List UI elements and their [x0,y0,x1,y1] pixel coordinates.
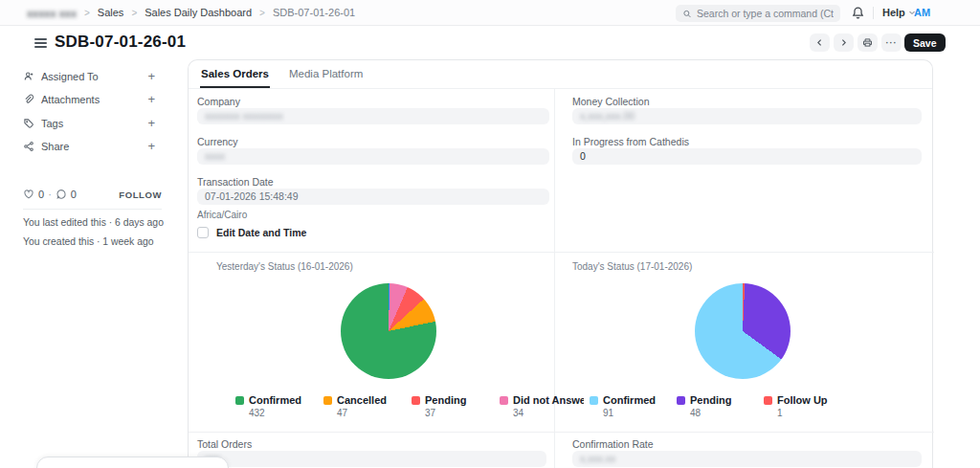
legend-item-did-not-answer: Did not Answer 34 [500,394,584,418]
legend-label: Did not Answer [513,394,584,406]
comment-icon[interactable] [56,189,67,200]
add-assignment-button[interactable]: + [147,72,155,81]
in-progress-label: In Progress from Cathedis [572,136,689,147]
more-actions-button[interactable]: ··· [881,33,902,52]
legend-item-pending: Pending 48 [677,394,764,418]
sidebar-item-label: Tags [41,118,63,129]
form-card: Sales Orders Media Platform Company xxxx… [188,59,933,468]
tab-sales-orders[interactable]: Sales Orders [200,60,270,88]
last-edited-note: You last edited this · 6 days ago [23,217,164,228]
legend-label: Pending [425,394,466,406]
comments-count: 0 [71,189,77,200]
edit-date-time-label: Edit Date and Time [216,227,306,238]
total-orders-label: Total Orders [197,438,252,450]
money-collection-label: Money Collection [572,96,650,107]
breadcrumb-separator: > [131,8,137,18]
top-navbar: xxxxx xxx > Sales > Sales Daily Dashboar… [0,0,980,26]
total-orders-field[interactable]: xxx [197,451,546,467]
ellipsis-icon: ··· [886,38,898,48]
paperclip-icon [23,94,34,105]
help-menu[interactable]: Help [882,7,916,18]
app-logo-redacted[interactable]: xxxxx xxx [27,8,77,19]
company-label: Company [197,96,240,107]
page: xxxxx xxx > Sales > Sales Daily Dashboar… [0,0,980,468]
yesterday-chart-title: Yesterday's Status (16-01-2026) [216,261,353,272]
company-field[interactable]: xxxxxxx xxxxxxxx [197,108,549,124]
sidebar-item-attachments[interactable]: Attachments + [23,92,155,107]
legend-item-cancelled: Cancelled 47 [323,394,412,418]
breadcrumb-sales[interactable]: Sales [98,7,124,18]
legend-swatch [323,396,332,405]
confirmation-rate-label: Confirmation Rate [572,438,654,450]
sidebar-item-share[interactable]: Share + [23,139,155,154]
sidebar-item-label: Assigned To [41,71,99,82]
print-button[interactable] [858,33,878,52]
legend-label: Confirmed [603,394,656,406]
timezone-label: Africa/Cairo [197,210,247,220]
currency-label: Currency [197,136,238,147]
legend-swatch [235,396,244,405]
checkbox-unchecked[interactable] [197,227,209,238]
likes-count: 0 [38,189,44,200]
share-icon [23,141,34,152]
help-label: Help [882,7,905,18]
transaction-date-value: 07-01-2026 15:48:49 [205,190,299,202]
column-divider [554,89,555,252]
legend-item-follow-up: Follow Up 1 [764,394,851,418]
notifications-bell-icon[interactable] [851,6,865,20]
breadcrumb-separator: > [259,8,265,18]
navbar-divider [873,7,874,19]
legend-label: Follow Up [777,394,828,406]
legend-value: 91 [603,408,677,418]
company-value-redacted: xxxxxxx xxxxxxxx [205,110,283,122]
user-avatar-initials[interactable]: AM [914,7,930,18]
search-input[interactable] [697,8,834,19]
edit-date-time-checkbox-row[interactable]: Edit Date and Time [197,227,306,238]
legend-value: 34 [513,408,584,418]
legend-swatch [677,396,685,405]
legend-swatch [412,396,420,405]
legend-label: Pending [690,394,731,406]
save-button[interactable]: Save [904,33,946,52]
legend-value: 47 [337,408,412,418]
legend-item-confirmed: Confirmed 91 [590,394,677,418]
transaction-date-field[interactable]: 07-01-2026 15:48:49 [197,189,549,205]
breadcrumb-sales-daily-dashboard[interactable]: Sales Daily Dashboard [145,7,252,18]
global-search[interactable] [676,5,840,22]
chevron-left-icon [815,38,824,47]
chevron-right-icon [839,38,848,47]
legend-label: Cancelled [337,394,387,406]
document-reactions-row: 0 · 0 FOLLOW [23,189,162,200]
section-divider [189,252,934,253]
legend-label: Confirmed [249,394,301,406]
add-share-button[interactable]: + [147,142,155,151]
money-collection-value-redacted: x,xxx,xxx.00 [580,110,635,122]
money-collection-field[interactable]: x,xxx,xxx.00 [572,108,922,124]
follow-button[interactable]: FOLLOW [119,189,162,200]
next-document-button[interactable] [834,33,854,52]
heart-icon[interactable] [23,189,34,200]
legend-value: 1 [777,408,851,418]
sidebar-toggle-icon[interactable] [34,38,47,48]
legend-item-confirmed: Confirmed 432 [235,394,323,418]
prev-document-button[interactable] [810,33,830,52]
breadcrumb: > Sales > Sales Daily Dashboard > SDB-07… [84,7,355,18]
bottom-left-popup[interactable] [36,457,229,468]
sidebar-item-assigned-to[interactable]: Assigned To + [23,69,155,84]
legend-swatch [500,396,508,405]
sidebar-item-tags[interactable]: Tags + [23,116,155,131]
created-note: You created this · 1 week ago [23,236,154,247]
add-attachment-button[interactable]: + [147,95,155,104]
search-icon [682,9,692,19]
legend-value: 48 [690,408,764,418]
sidebar-divider [23,209,162,210]
legend-swatch [590,396,598,405]
tab-media-platform[interactable]: Media Platform [288,60,364,88]
in-progress-field[interactable]: 0 [572,148,922,165]
sidebar-item-label: Share [41,141,69,152]
currency-field[interactable]: xxxx [197,148,549,165]
confirmation-rate-value-redacted: x,xxx.xx [580,453,615,464]
currency-value-redacted: xxxx [205,150,225,162]
add-tag-button[interactable]: + [147,119,155,128]
confirmation-rate-field[interactable]: x,xxx.xx [572,451,922,467]
